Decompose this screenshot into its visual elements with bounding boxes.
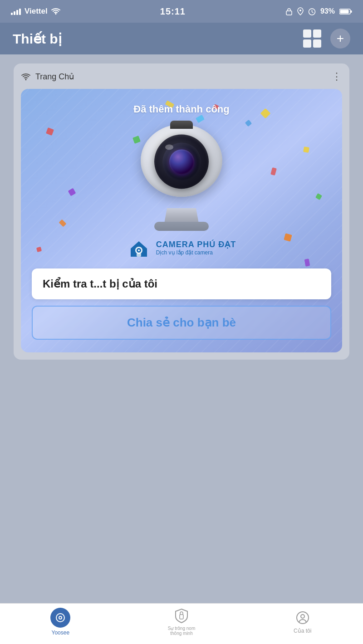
shield-icon xyxy=(175,608,188,624)
svg-rect-13 xyxy=(180,615,183,619)
status-right: 93% xyxy=(285,7,352,15)
status-bar: Viettel 15:11 93% xyxy=(0,0,363,23)
smart-guard-tab-label: Sự trông nom thông minh xyxy=(163,626,200,636)
success-modal: Đã thêm thành công xyxy=(21,89,342,352)
status-left: Viettel xyxy=(11,7,60,16)
brand-logo-svg xyxy=(127,236,151,259)
main-content: Trang Chủ ⋮ Đã thêm thành công xyxy=(0,54,363,369)
brand-text: CAMERA PHÚ ĐẠT Dịch vụ lắp đặt camera xyxy=(156,239,236,256)
my-tab-label: Của tôi xyxy=(294,628,311,634)
smart-guard-icon-wrapper xyxy=(173,608,190,624)
brand-area: CAMERA PHÚ ĐẠT Dịch vụ lắp đặt camera xyxy=(32,236,331,259)
brand-name: CAMERA PHÚ ĐẠT xyxy=(156,239,236,249)
brand-icon xyxy=(127,236,151,259)
camera-lens-inner xyxy=(169,149,194,174)
svg-point-1 xyxy=(299,10,301,11)
location-icon xyxy=(297,7,304,15)
tab-my[interactable]: Của tôi xyxy=(242,610,363,634)
success-title: Đã thêm thành công xyxy=(32,103,331,115)
page-title: Thiết bị xyxy=(13,31,62,47)
share-button[interactable]: Chia sẻ cho bạn bè xyxy=(32,306,331,340)
svg-rect-9 xyxy=(137,253,141,257)
signal-bars xyxy=(11,8,21,15)
camera-illustration xyxy=(132,124,231,229)
tab-bar: Yoosee Sự trông nom thông minh Của tôi xyxy=(0,603,363,644)
svg-point-12 xyxy=(59,617,61,619)
more-options-button[interactable]: ⋮ xyxy=(332,71,342,83)
yoosee-active-icon xyxy=(50,608,70,628)
camera-top-detail xyxy=(170,121,193,129)
battery-percent: 93% xyxy=(320,7,335,15)
svg-rect-4 xyxy=(340,10,349,13)
brand-subtitle: Dịch vụ lắp đặt camera xyxy=(156,249,236,256)
camera-illustration-wrapper xyxy=(32,124,331,229)
room-name: Trang Chủ xyxy=(35,72,74,82)
app-header: Thiết bị + xyxy=(0,23,363,54)
confetti-piece xyxy=(304,259,310,266)
room-title-area: Trang Chủ xyxy=(21,72,74,82)
tab-yoosee[interactable]: Yoosee xyxy=(0,608,121,636)
yoosee-icon xyxy=(55,613,65,623)
device-card: Trang Chủ ⋮ Đã thêm thành công xyxy=(14,63,349,360)
battery-icon xyxy=(339,8,352,15)
camera-body xyxy=(141,124,222,197)
yoosee-tab-label: Yoosee xyxy=(52,629,70,636)
alarm-icon xyxy=(308,8,316,15)
check-device-button[interactable]: Kiểm tra t...t bị của tôi xyxy=(32,268,331,299)
camera-lens-outer xyxy=(154,134,209,189)
wifi-icon xyxy=(51,8,60,15)
device-card-header: Trang Chủ ⋮ xyxy=(21,71,342,83)
camera-base xyxy=(154,222,209,231)
svg-rect-0 xyxy=(286,11,292,15)
carrier-label: Viettel xyxy=(25,7,48,16)
header-icons: + xyxy=(303,29,350,49)
svg-rect-5 xyxy=(351,10,352,13)
action-buttons: Kiểm tra t...t bị của tôi Chia sẻ cho bạ… xyxy=(32,268,331,340)
my-icon-wrapper xyxy=(294,610,311,626)
profile-icon xyxy=(295,610,310,625)
add-device-button[interactable]: + xyxy=(330,29,350,49)
svg-point-15 xyxy=(301,615,304,618)
svg-point-8 xyxy=(138,249,140,251)
tab-smart-guard[interactable]: Sự trông nom thông minh xyxy=(121,608,242,636)
camera-lens-glare xyxy=(165,144,173,150)
grid-view-icon[interactable] xyxy=(303,29,321,48)
wifi-small-icon xyxy=(21,73,31,81)
lock-icon xyxy=(285,7,293,15)
status-time: 15:11 xyxy=(160,6,186,17)
confetti-piece xyxy=(196,115,205,123)
